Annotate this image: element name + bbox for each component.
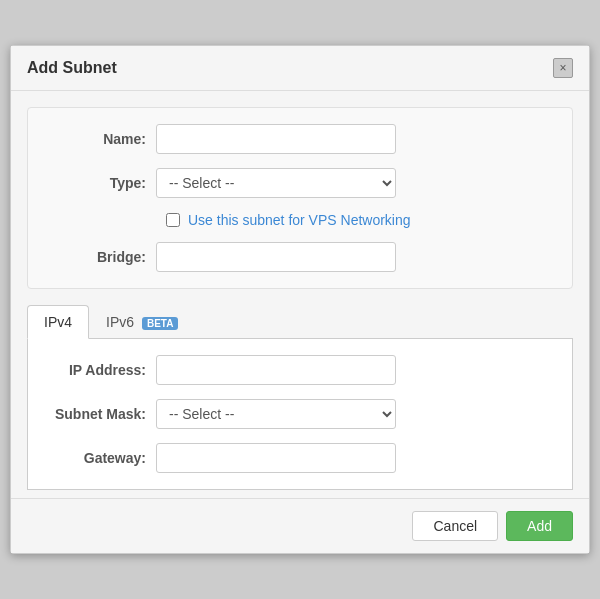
top-form-section: Name: Type: -- Select -- Use this subnet… [27,107,573,289]
ip-address-row: IP Address: [36,355,564,385]
gateway-label: Gateway: [36,450,156,466]
bridge-input[interactable] [156,242,396,272]
ip-address-input[interactable] [156,355,396,385]
name-label: Name: [36,131,156,147]
add-subnet-modal: Add Subnet × Name: Type: -- Select -- Us… [10,45,590,554]
tab-ipv6-label: IPv6 [106,314,134,330]
tab-content-ipv4: IP Address: Subnet Mask: -- Select -- Ga… [27,339,573,490]
tab-ipv4[interactable]: IPv4 [27,305,89,339]
vps-checkbox-row: Use this subnet for VPS Networking [36,212,564,228]
name-row: Name: [36,124,564,154]
tab-ipv4-label: IPv4 [44,314,72,330]
modal-title: Add Subnet [27,59,117,77]
modal-header: Add Subnet × [11,46,589,91]
vps-checkbox-label[interactable]: Use this subnet for VPS Networking [188,212,411,228]
type-row: Type: -- Select -- [36,168,564,198]
name-input[interactable] [156,124,396,154]
subnet-mask-label: Subnet Mask: [36,406,156,422]
tabs-header: IPv4 IPv6 BETA [27,305,573,339]
cancel-button[interactable]: Cancel [412,511,498,541]
gateway-row: Gateway: [36,443,564,473]
tabs-section: IPv4 IPv6 BETA IP Address: Subnet Mask: … [27,305,573,490]
add-button[interactable]: Add [506,511,573,541]
close-button[interactable]: × [553,58,573,78]
subnet-mask-row: Subnet Mask: -- Select -- [36,399,564,429]
vps-checkbox[interactable] [166,213,180,227]
bridge-label: Bridge: [36,249,156,265]
type-select[interactable]: -- Select -- [156,168,396,198]
ip-address-label: IP Address: [36,362,156,378]
subnet-mask-select[interactable]: -- Select -- [156,399,396,429]
type-label: Type: [36,175,156,191]
gateway-input[interactable] [156,443,396,473]
bridge-row: Bridge: [36,242,564,272]
beta-badge: BETA [142,317,178,330]
tab-ipv6[interactable]: IPv6 BETA [89,305,195,339]
modal-footer: Cancel Add [11,498,589,553]
